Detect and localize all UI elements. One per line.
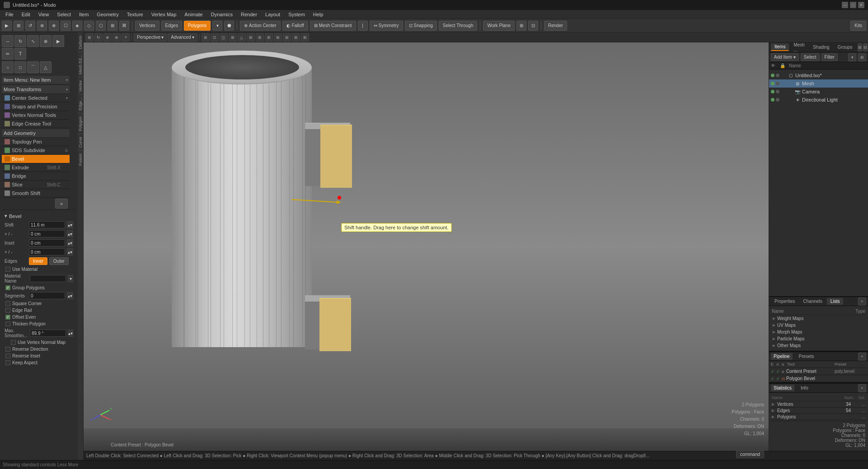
toolbar-icon-2[interactable]: ⊞ — [14, 21, 23, 31]
menu-item[interactable]: Item — [75, 11, 92, 18]
vp-ctrl-10[interactable]: ⊞ — [283, 33, 291, 42]
tool-pen[interactable]: ✏ — [2, 48, 14, 60]
vp-ctrl-12[interactable]: ⊞ — [301, 33, 309, 42]
statistics-tab[interactable]: Statistics — [771, 385, 794, 391]
vertices-button[interactable]: Vertices — [135, 21, 160, 31]
vp-nav-4[interactable]: ⊗ — [113, 33, 121, 42]
symmetry-button[interactable]: ⇔ Symmetry — [370, 21, 403, 31]
viewport-canvas[interactable]: Shift handle. Drag here to change shift … — [84, 42, 769, 451]
vmap-uv[interactable]: ▶ UV Maps — [771, 322, 866, 329]
work-plane-button[interactable]: Work Plane — [483, 21, 515, 31]
tool-text[interactable]: T — [14, 48, 26, 60]
tool-curve[interactable]: ⌒ — [27, 61, 39, 73]
vp-ctrl-1[interactable]: ⊞ — [202, 33, 210, 42]
vp-ctrl-4[interactable]: ⊞ — [229, 33, 237, 42]
bridge-item[interactable]: Bridge — [2, 172, 70, 181]
center-selected-dropdown[interactable]: ▾ — [66, 96, 68, 100]
shift-input[interactable] — [29, 221, 65, 228]
vp-ctrl-2[interactable]: ⊡ — [211, 33, 219, 42]
inset-plus-arrows[interactable]: ▴▾ — [67, 248, 73, 255]
bevel-section-header[interactable]: ▾ Bevel — [4, 212, 74, 220]
close-button[interactable]: ✕ — [858, 2, 864, 8]
toolbar-icon-11[interactable]: ⌘ — [119, 21, 129, 31]
vp-ctrl-5[interactable]: △ — [238, 33, 246, 42]
inset-arrows[interactable]: ▴▾ — [67, 239, 73, 246]
rp-tab-groups[interactable]: Groups — [834, 44, 856, 51]
offset-even-check[interactable] — [5, 315, 10, 320]
vp-ctrl-9[interactable]: ⊞ — [274, 33, 282, 42]
tool-transform[interactable]: ↔ — [2, 35, 14, 47]
select-mode-icon[interactable]: ⬟ — [224, 21, 234, 31]
item-untitled[interactable]: ⬡ Untitled.lxo* — [769, 71, 868, 79]
rp-tab-shading[interactable]: Shading — [809, 44, 833, 51]
menu-file[interactable]: File — [2, 11, 17, 18]
tool-square[interactable]: □ — [14, 61, 26, 73]
extrude-item[interactable]: Extrude Shift-X — [2, 163, 70, 172]
toolbar-icon-5[interactable]: ⊕ — [49, 21, 59, 31]
item-directional-light[interactable]: ☀ Directional Light — [769, 96, 868, 104]
use-vertex-normal-check[interactable] — [11, 340, 16, 345]
vmap-weight[interactable]: ▶ Weight Maps — [771, 315, 866, 322]
tool-scale[interactable]: ⤡ — [27, 35, 39, 47]
presets-tab[interactable]: Presets — [796, 353, 817, 360]
render-button[interactable]: Render — [544, 21, 567, 31]
vp-nav-3[interactable]: ⊕ — [103, 33, 112, 42]
pipeline-more[interactable]: + — [858, 353, 866, 361]
keep-aspect-check[interactable] — [5, 360, 10, 365]
max-smoothing-arrows[interactable]: ▴▾ — [68, 330, 73, 337]
mesh-edit-tab[interactable]: Mesh Ed... — [78, 52, 83, 77]
toolbar-icon-1[interactable]: ▶ — [2, 21, 12, 31]
menu-help[interactable]: Help — [310, 11, 327, 18]
polygon-mode-icon[interactable]: ▾ — [212, 21, 222, 31]
menu-geometry[interactable]: Geometry — [93, 11, 122, 18]
maximize-button[interactable]: □ — [850, 2, 856, 8]
shift-plus-arrows[interactable]: ▴▾ — [67, 230, 73, 237]
segments-arrows[interactable]: ▴▾ — [67, 292, 73, 299]
edge-crease-item[interactable]: Edge Crease Tool — [2, 120, 70, 128]
tab-channels[interactable]: Channels — [800, 298, 826, 305]
smooth-shift-item[interactable]: Smooth Shift — [2, 189, 70, 198]
more-transforms-header[interactable]: More Transforms ▾ — [2, 85, 70, 94]
menu-animate[interactable]: Animate — [181, 11, 206, 18]
constraint-icon[interactable]: | — [358, 21, 368, 31]
vp-ctrl-11[interactable]: ⊞ — [292, 33, 300, 42]
vp-nav-1[interactable]: ⊞ — [85, 33, 94, 42]
items-list-more[interactable]: ▾ — [848, 53, 856, 61]
vertex-tab[interactable]: Vertex — [78, 77, 83, 95]
toolbar-icon-9[interactable]: ⬡ — [96, 21, 106, 31]
max-smoothing-input[interactable] — [30, 330, 66, 337]
snaps-precision-item[interactable]: Snaps and Precision — [2, 102, 70, 111]
toolbar-icon-10[interactable]: ⊞ — [108, 21, 117, 31]
square-corner-check[interactable] — [5, 301, 10, 306]
add-geometry-header[interactable]: Add Geometry — [2, 129, 70, 138]
group-polygons-check[interactable] — [5, 285, 10, 290]
inset-plus-input[interactable] — [29, 248, 65, 255]
polygon-tab[interactable]: Polygon — [78, 113, 83, 134]
pipeline-row-1[interactable]: ✓ ✓ a Content Preset poly.bevel — [769, 368, 868, 375]
advanced-button[interactable]: Advanced ▾ — [168, 33, 197, 42]
center-selected-item[interactable]: Center Selected ▾ — [2, 94, 70, 102]
toolbar-icon-8[interactable]: ◇ — [84, 21, 94, 31]
menu-dynamics[interactable]: Dynamics — [207, 11, 236, 18]
tab-lists[interactable]: Lists — [827, 298, 844, 305]
vmap-other[interactable]: ▶ Other Maps — [771, 342, 866, 349]
minimize-button[interactable]: ─ — [842, 2, 848, 8]
menu-view[interactable]: View — [35, 11, 53, 18]
topology-pen-item[interactable]: Topology Pen — [2, 138, 70, 146]
edges-button[interactable]: Edges — [161, 21, 182, 31]
item-menu-header[interactable]: Item Menu: New Item ▾ — [2, 76, 70, 84]
menu-render[interactable]: Render — [237, 11, 261, 18]
material-name-input[interactable] — [30, 275, 66, 282]
inset-input[interactable] — [29, 239, 65, 246]
perspective-button[interactable]: Perspective ▾ — [134, 33, 167, 42]
reverse-direction-check[interactable] — [5, 347, 10, 352]
select-button[interactable]: Select — [801, 53, 820, 61]
expand-more-button[interactable]: » — [55, 199, 68, 209]
vp-ctrl-7[interactable]: ⊞ — [256, 33, 264, 42]
mesh-constraint-button[interactable]: ⊞ Mesh Constraint — [310, 21, 356, 31]
vmap-particle[interactable]: ▶ Particle Maps — [771, 335, 866, 342]
use-material-check[interactable] — [5, 267, 10, 272]
shift-arrows[interactable]: ▴▾ — [67, 221, 73, 228]
items-list-expand[interactable]: ⊞ — [858, 53, 866, 61]
slice-item[interactable]: Slice Shift-C — [2, 181, 70, 189]
